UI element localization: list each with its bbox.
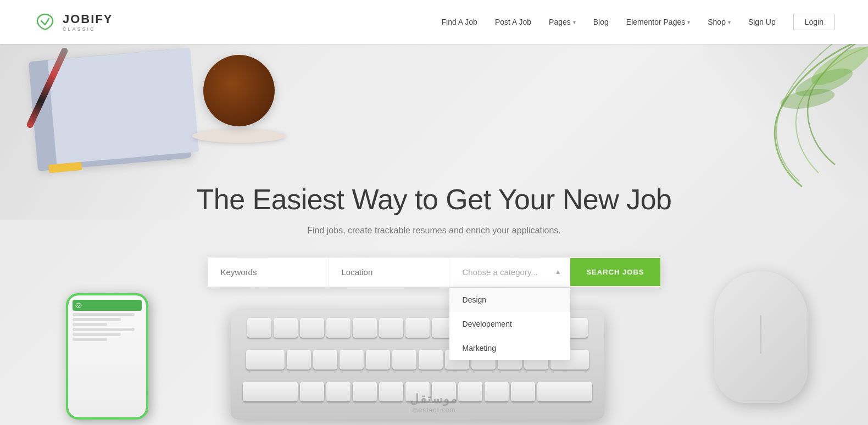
logo[interactable]: JOBIFY CLASSIC	[33, 10, 113, 34]
logo-icon	[33, 10, 57, 34]
cup-decoration	[192, 44, 302, 143]
mouse-line	[761, 315, 761, 354]
header: JOBIFY CLASSIC Find A Job Post A Job Pag…	[0, 0, 868, 44]
nav-elementor-pages[interactable]: Elementor Pages ▾	[626, 18, 690, 26]
key	[300, 382, 324, 401]
phone-line-6	[73, 338, 107, 341]
location-input[interactable]	[329, 258, 449, 287]
notebook-bookmark	[48, 162, 82, 173]
phone-frame	[66, 293, 148, 420]
key	[353, 318, 377, 338]
hero-subtitle: Find jobs, create trackable resumes and …	[196, 226, 671, 236]
key	[247, 318, 271, 338]
palm-decoration	[676, 44, 868, 198]
pages-chevron-icon: ▾	[573, 19, 576, 25]
cup-saucer	[192, 129, 286, 143]
palm-leaf-icon	[692, 44, 868, 189]
key	[379, 318, 403, 338]
nav-blog[interactable]: Blog	[593, 18, 609, 26]
watermark-text: موستقل	[410, 392, 458, 406]
hero-section: The Easiest Way to Get Your New Job Find…	[0, 44, 868, 425]
search-jobs-button[interactable]: SEARCH JOBS	[570, 258, 661, 286]
key	[511, 382, 535, 401]
nav-find-a-job[interactable]: Find A Job	[442, 18, 477, 26]
category-dropdown: Design Developement Marketing	[449, 288, 570, 360]
key	[458, 382, 482, 401]
watermark: موستقل mostaql.com	[410, 392, 458, 414]
main-nav: Find A Job Post A Job Pages ▾ Blog Eleme…	[442, 14, 835, 30]
shop-chevron-icon: ▾	[728, 19, 731, 25]
notebook-page	[48, 48, 199, 164]
phone-line-2	[73, 318, 121, 321]
dropdown-item-marketing[interactable]: Marketing	[449, 336, 570, 360]
search-bar: Choose a category... ▲ Design Developeme…	[208, 258, 661, 287]
elementor-chevron-icon: ▾	[687, 19, 690, 25]
key	[340, 350, 364, 370]
key	[485, 382, 509, 401]
phone-line-1	[73, 313, 135, 316]
category-placeholder: Choose a category...	[463, 267, 538, 277]
key	[326, 382, 350, 401]
hero-title: The Easiest Way to Get Your New Job	[196, 183, 671, 216]
key	[246, 350, 285, 370]
category-wrapper: Choose a category... ▲ Design Developeme…	[449, 258, 570, 287]
phone-decoration	[66, 293, 154, 425]
key	[379, 382, 403, 401]
phone-line-3	[73, 323, 107, 326]
nav-shop[interactable]: Shop ▾	[708, 18, 731, 26]
key	[326, 318, 350, 338]
phone-line-5	[73, 333, 121, 336]
dropdown-item-developement[interactable]: Developement	[449, 312, 570, 336]
signup-button[interactable]: Sign Up	[748, 18, 776, 26]
mouse-decoration	[714, 271, 824, 414]
keywords-input[interactable]	[208, 258, 329, 287]
key	[313, 350, 337, 370]
key	[405, 318, 430, 338]
nav-pages[interactable]: Pages ▾	[549, 18, 576, 26]
phone-screen	[68, 295, 146, 417]
dropdown-item-design[interactable]: Design	[449, 288, 570, 312]
notebook-decoration	[11, 44, 203, 198]
category-select[interactable]: Choose a category...	[449, 258, 570, 287]
key	[274, 318, 298, 338]
phone-line-4	[73, 328, 135, 331]
key	[419, 350, 443, 370]
key	[287, 350, 311, 370]
nav-post-a-job[interactable]: Post A Job	[495, 18, 531, 26]
login-button[interactable]: Login	[793, 14, 835, 30]
cup-body	[203, 55, 275, 126]
hero-content: The Easiest Way to Get Your New Job Find…	[196, 183, 671, 236]
key	[243, 382, 298, 401]
logo-name: JOBIFY	[63, 12, 113, 26]
key	[392, 350, 416, 370]
logo-sub: CLASSIC	[63, 26, 113, 32]
key	[353, 382, 377, 401]
phone-header-bar	[73, 300, 142, 311]
key	[300, 318, 324, 338]
watermark-sub: mostaql.com	[410, 406, 458, 414]
key	[366, 350, 390, 370]
mouse-body	[714, 271, 808, 403]
key	[537, 382, 592, 401]
logo-text: JOBIFY CLASSIC	[63, 12, 113, 32]
